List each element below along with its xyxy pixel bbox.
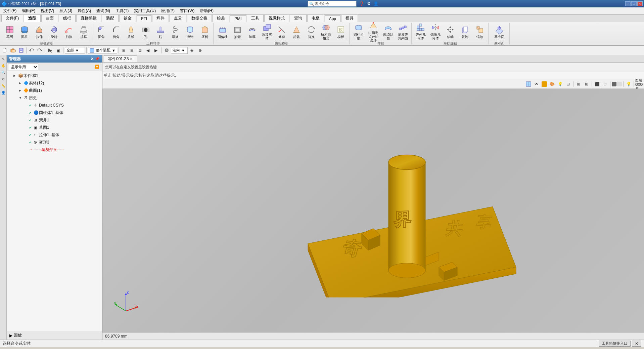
- vp-render-btn[interactable]: 🎨: [548, 80, 556, 88]
- ribbon-tab-surface[interactable]: 曲面: [41, 14, 58, 22]
- ribbon-tab-app[interactable]: App: [325, 15, 340, 22]
- ribbon-tab-modeling[interactable]: 造型: [24, 14, 41, 22]
- sel-btn3[interactable]: ⊠: [136, 47, 144, 54]
- close-panel-btn[interactable]: ✕: [632, 341, 641, 347]
- ribbon-btn-sweep[interactable]: 扫掠: [62, 23, 76, 40]
- ribbon-btn-draft[interactable]: 拔模: [124, 23, 138, 40]
- vp-view-btn[interactable]: 👁: [533, 80, 540, 88]
- ribbon-btn-wrap[interactable]: 缠绕: [183, 23, 197, 40]
- ribbon-tab-drawing[interactable]: 绘差: [213, 14, 229, 22]
- viewport-tab-main[interactable]: 零件001.Z3 ✕: [104, 55, 137, 62]
- ribbon-tab-visualstyle[interactable]: 视觉样式: [264, 14, 289, 22]
- check-csys[interactable]: ✔: [29, 104, 34, 107]
- ribbon-tab-query[interactable]: 查询: [290, 14, 307, 22]
- ribbon-tab-file[interactable]: 文件(F): [1, 14, 23, 22]
- maximize-button[interactable]: □: [631, 1, 637, 6]
- vp-wire-btn[interactable]: □: [601, 80, 609, 88]
- scope-dropdown[interactable]: 整个装配 ▼: [88, 47, 117, 54]
- new-btn[interactable]: [1, 47, 9, 54]
- next-btn[interactable]: ▶: [152, 47, 160, 54]
- close-button[interactable]: ✕: [637, 1, 643, 6]
- ribbon-tab-electrode[interactable]: 电极: [307, 14, 324, 22]
- toolbox-btn[interactable]: 工具箱快捷入口: [599, 341, 631, 347]
- check-ext1[interactable]: ✔: [29, 133, 34, 137]
- redo-btn[interactable]: [36, 47, 43, 54]
- ribbon-btn-hole[interactable]: 孔: [139, 23, 153, 40]
- vp-grid-btn[interactable]: ⊞: [583, 80, 590, 88]
- menu-utility[interactable]: 实用工具(U): [131, 7, 158, 14]
- ribbon-tab-weld[interactable]: 焊件: [152, 14, 169, 22]
- vtoolbar-measure[interactable]: 📏: [0, 83, 6, 89]
- prev-btn[interactable]: ◀: [144, 47, 152, 54]
- sidebar-footer[interactable]: ▶ 回放: [7, 331, 102, 340]
- vp-frame-btn[interactable]: ⊞: [575, 80, 582, 88]
- vp-layer-btn[interactable]: 图层0000 ▼: [635, 80, 643, 88]
- search-input[interactable]: [315, 2, 355, 6]
- ribbon-btn-scale[interactable]: 缩放: [473, 23, 487, 40]
- ribbon-btn-simplify[interactable]: 简化: [289, 23, 304, 40]
- ribbon-tab-sheetmetal[interactable]: 钣金: [119, 14, 136, 22]
- vp-orient-btn[interactable]: [525, 80, 532, 88]
- ribbon-btn-move[interactable]: 移动: [443, 23, 457, 40]
- ribbon-btn-shell[interactable]: 抽壳: [230, 23, 244, 40]
- select-mode-btn[interactable]: [46, 47, 54, 54]
- ribbon-btn-cylinder[interactable]: 圆柱: [17, 23, 32, 40]
- menu-help[interactable]: 帮助(H): [197, 7, 216, 14]
- tree-item-history[interactable]: ▼ ⏱ 历史: [7, 94, 102, 102]
- save-btn[interactable]: [17, 47, 25, 54]
- menu-edit[interactable]: 编辑(E): [19, 7, 38, 14]
- minimize-button[interactable]: ─: [625, 1, 631, 6]
- ribbon-tab-tools[interactable]: 工具: [247, 14, 264, 22]
- ribbon-btn-template[interactable]: 模 模板: [334, 23, 348, 40]
- ribbon-btn-intersect[interactable]: 解析自相交: [319, 23, 333, 40]
- tree-item-merge1[interactable]: ✔ ⊞ 聚并1: [7, 116, 102, 124]
- tree-item-deform3[interactable]: ✔ ⊛ 变形3: [7, 139, 102, 146]
- ribbon-tab-pointcloud[interactable]: 点云: [170, 14, 186, 22]
- ribbon-btn-chamfer[interactable]: 倒角: [109, 23, 123, 40]
- ribbon-tab-pmi[interactable]: PMI: [230, 15, 246, 22]
- ribbon-btn-cylinder-fold[interactable]: 圆柱折痕: [352, 23, 366, 40]
- settings-icon[interactable]: ⚙: [367, 1, 371, 6]
- vtoolbar-pan[interactable]: ✋: [0, 63, 6, 69]
- vp-solid-btn[interactable]: ⬛: [593, 80, 601, 88]
- ribbon-btn-face-offset[interactable]: 面偏移: [216, 23, 230, 40]
- menu-properties[interactable]: 属性(A): [75, 7, 94, 14]
- ribbon-btn-array-to-face[interactable]: 缩放阵列到面: [396, 23, 410, 40]
- open-btn[interactable]: [9, 47, 17, 54]
- tree-item-surfaces[interactable]: ▶ 🔶 曲面(1): [7, 87, 102, 94]
- ribbon-tab-dataexchange[interactable]: 数据交换: [187, 14, 212, 22]
- help-icon[interactable]: ❓: [359, 1, 364, 6]
- ribbon-btn-loft[interactable]: 放样: [77, 23, 91, 40]
- ribbon-btn-mirror[interactable]: 镜像几何体: [428, 23, 443, 40]
- vtoolbar-zoom[interactable]: 🔍: [0, 69, 6, 75]
- direction-dropdown[interactable]: 法向 ▼: [171, 47, 188, 54]
- ribbon-btn-replace[interactable]: 替换: [304, 23, 318, 40]
- ribbon-btn-rib[interactable]: 筋: [153, 23, 168, 40]
- ribbon-btn-add-solid[interactable]: 添加实体: [260, 23, 274, 40]
- ribbon-tab-mold[interactable]: 模具: [341, 14, 358, 22]
- ribbon-btn-extrude[interactable]: 拉伸: [32, 23, 46, 40]
- ribbon-btn-pattern[interactable]: 阵列几何体: [414, 23, 428, 40]
- snap-btn[interactable]: ⊟: [128, 47, 136, 54]
- orient-btn[interactable]: ⊕: [196, 47, 204, 54]
- menu-file[interactable]: 文件(F): [1, 7, 19, 14]
- viewport-tab-close[interactable]: ✕: [130, 57, 133, 61]
- check-merge1[interactable]: ✔: [29, 118, 34, 122]
- vp-section-btn[interactable]: ⊟: [564, 80, 572, 88]
- ribbon-btn-helix[interactable]: 螺旋: [168, 23, 182, 40]
- sidebar-close-btn[interactable]: ✕: [91, 57, 94, 61]
- menu-view[interactable]: 视图(V): [38, 7, 57, 14]
- ribbon-btn-revolve[interactable]: 旋转: [47, 23, 61, 40]
- vp-color3-btn[interactable]: [617, 82, 622, 86]
- check-sketch1[interactable]: ✔: [29, 126, 34, 129]
- title-search-box[interactable]: 🔍: [308, 1, 357, 7]
- sidebar-pin-btn[interactable]: 📌: [95, 57, 100, 61]
- ribbon-btn-billet[interactable]: 坯料: [198, 23, 212, 40]
- tree-item-part001[interactable]: ▶ 📦 零件001: [7, 72, 102, 79]
- check-cyl1[interactable]: ✔: [29, 111, 34, 115]
- undo-btn[interactable]: [28, 47, 35, 54]
- snap-3d-btn[interactable]: ◈: [188, 47, 196, 54]
- tree-item-solids[interactable]: ▶ 🔷 实体(12): [7, 79, 102, 87]
- menu-window[interactable]: 窗口(W): [177, 7, 197, 14]
- normal-dir-btn[interactable]: 🔘: [163, 47, 170, 54]
